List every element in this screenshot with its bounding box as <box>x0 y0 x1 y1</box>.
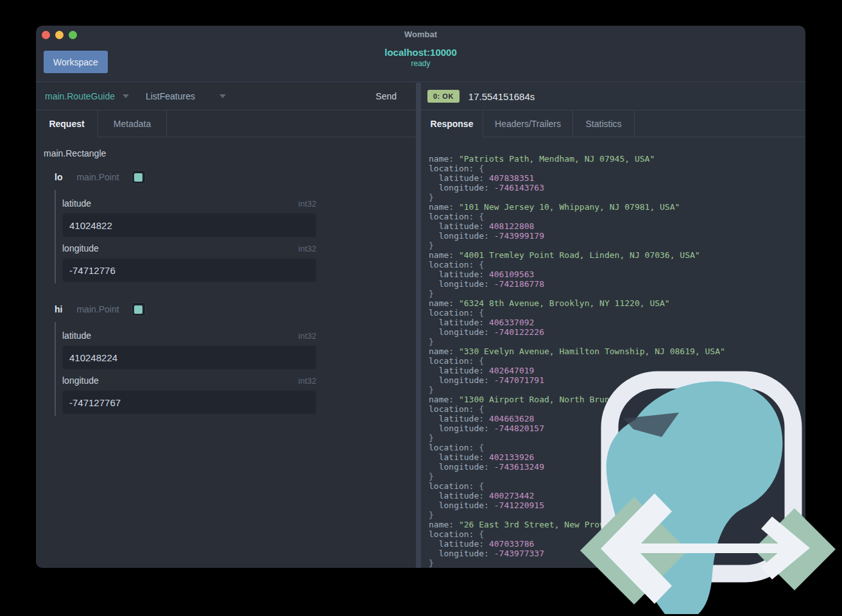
response-line: location: { <box>429 212 805 221</box>
response-line: longitude: -740122226 <box>429 327 805 337</box>
response-line: latitude: 404663628 <box>429 414 805 424</box>
field-label: longitude <box>62 243 99 253</box>
response-panel: 0: OK 17.554151684s Response Headers/Tra… <box>421 83 805 568</box>
response-line: longitude: -741220915 <box>429 501 805 510</box>
response-line: } <box>429 241 805 250</box>
connection-info: localhost:10000 ready <box>36 47 805 68</box>
response-line: latitude: 402647019 <box>429 366 805 375</box>
field-kind-label: int32 <box>298 331 316 341</box>
field-kind-label: int32 <box>298 244 316 253</box>
method-select[interactable]: ListFeatures <box>146 91 195 101</box>
server-address: localhost:10000 <box>36 47 805 58</box>
field-label: latitude <box>62 198 91 209</box>
tab-request[interactable]: Request <box>36 110 98 137</box>
response-line: latitude: 407838351 <box>429 173 805 183</box>
window-title: Wombat <box>36 30 805 39</box>
field-type: main.Point <box>76 304 119 314</box>
response-line: location: { <box>429 481 805 491</box>
response-line: name: "4001 Tremley Point Road, Linden, … <box>429 250 805 260</box>
response-line: name: "6324 8th Avenue, Brooklyn, NY 112… <box>429 298 805 308</box>
response-line: location: { <box>429 356 805 366</box>
response-line: latitude: 406337092 <box>429 318 805 327</box>
field-group-lo: lo main.Point latitude int32 lo <box>55 169 416 284</box>
longitude-input[interactable] <box>62 258 316 282</box>
response-line: } <box>429 193 805 202</box>
response-line: location: { <box>429 529 805 539</box>
response-line: latitude: 402133926 <box>429 452 805 462</box>
response-line: longitude: -743999179 <box>429 231 805 241</box>
response-line: } <box>429 433 805 443</box>
response-line: location: { <box>429 404 805 414</box>
tab-headers-trailers[interactable]: Headers/Trailers <box>483 110 573 137</box>
send-button[interactable]: Send <box>375 91 397 101</box>
field-label: longitude <box>62 375 99 386</box>
field-name: hi <box>55 304 62 314</box>
response-line: } <box>429 510 805 520</box>
response-line: name: "Patriots Path, Mendham, NJ 07945,… <box>429 154 805 164</box>
longitude-input[interactable] <box>62 390 316 415</box>
response-line: longitude: -744820157 <box>429 424 805 433</box>
tab-statistics[interactable]: Statistics <box>573 110 635 137</box>
connection-status: ready <box>36 59 805 68</box>
response-body[interactable]: name: "Patriots Path, Mendham, NJ 07945,… <box>421 137 805 568</box>
response-line: location: { <box>429 443 805 452</box>
response-line: location: { <box>429 308 805 318</box>
request-tabs: Request Metadata <box>36 110 416 137</box>
response-line: } <box>429 337 805 346</box>
response-line: location: { <box>429 260 805 270</box>
method-bar: main.RouteGuide ListFeatures Send <box>36 83 416 110</box>
field-label: latitude <box>62 330 91 341</box>
panel-split-handle[interactable] <box>416 83 421 568</box>
response-line: name: "1300 Airport Road, North Brunswic… <box>429 395 805 404</box>
response-line: location: { <box>429 164 805 173</box>
response-line: name: "101 New Jersey 10, Whippany, NJ 0… <box>429 202 805 212</box>
request-form: main.Rectangle lo main.Point latitude in… <box>36 137 416 568</box>
response-line: } <box>429 558 805 568</box>
response-line: latitude: 407033786 <box>429 539 805 549</box>
field-name: lo <box>55 172 62 182</box>
response-line: longitude: -747071791 <box>429 375 805 385</box>
chevron-down-icon[interactable] <box>219 94 226 98</box>
response-line: } <box>429 472 805 481</box>
field-type: main.Point <box>76 172 119 182</box>
checkbox-check-icon <box>134 173 142 182</box>
response-status-bar: 0: OK 17.554151684s <box>421 83 805 110</box>
field-enabled-checkbox[interactable] <box>132 302 146 316</box>
field-group-hi: hi main.Point latitude int32 lo <box>55 302 416 416</box>
app-window: Wombat Workspace localhost:10000 ready m… <box>36 26 805 568</box>
status-badge: 0: OK <box>427 90 460 103</box>
call-duration: 17.554151684s <box>468 91 535 102</box>
response-line: latitude: 400273442 <box>429 491 805 501</box>
field-kind-label: int32 <box>298 376 316 386</box>
response-line: name: "330 Evelyn Avenue, Hamilton Towns… <box>429 346 805 356</box>
response-line: } <box>429 385 805 395</box>
latitude-input[interactable] <box>62 213 316 237</box>
request-panel: main.RouteGuide ListFeatures Send Reques… <box>36 83 416 568</box>
tab-metadata[interactable]: Metadata <box>98 110 167 137</box>
response-line: longitude: -743613249 <box>429 462 805 472</box>
response-tabs: Response Headers/Trailers Statistics <box>421 110 805 137</box>
service-select[interactable]: main.RouteGuide <box>45 91 115 101</box>
checkbox-check-icon <box>134 305 142 314</box>
field-enabled-checkbox[interactable] <box>132 170 146 184</box>
field-kind-label: int32 <box>298 199 316 209</box>
response-line: latitude: 406109563 <box>429 270 805 279</box>
connection-header: Workspace localhost:10000 ready <box>36 43 805 82</box>
titlebar: Wombat <box>36 26 805 43</box>
response-line: latitude: 408122808 <box>429 221 805 231</box>
chevron-down-icon[interactable] <box>123 94 129 98</box>
response-line: } <box>429 289 805 298</box>
response-line: longitude: -742186778 <box>429 279 805 289</box>
response-line: longitude: -743977337 <box>429 549 805 558</box>
response-line: longitude: -746143763 <box>429 183 805 193</box>
tab-response[interactable]: Response <box>421 110 483 137</box>
response-line: name: "26 East 3rd Street, New Providenc… <box>429 520 805 529</box>
latitude-input[interactable] <box>62 345 316 370</box>
message-type-label: main.Rectangle <box>44 148 416 158</box>
